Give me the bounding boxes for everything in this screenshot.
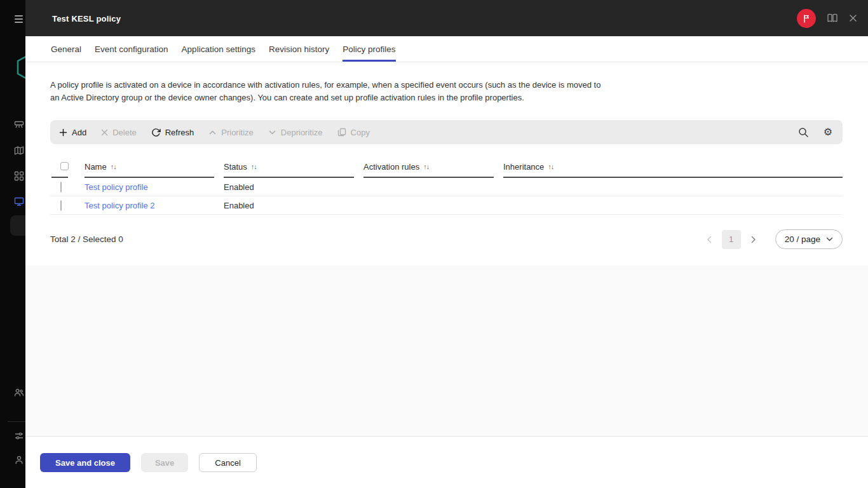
tab-event-configuration-label: Event configuration [95,44,168,54]
profile-link[interactable]: Test policy profile [85,182,148,192]
tab-application-settings-label: Application settings [182,44,255,54]
sort-icon[interactable]: ↑↓ [423,163,429,170]
infrastructure-icon[interactable] [14,119,24,132]
column-header-name[interactable]: Name↑↓ [85,158,224,178]
search-icon[interactable] [798,127,809,138]
delete-button-label: Delete [112,128,137,137]
row-checkbox[interactable] [60,200,62,211]
chevron-down-icon [268,128,276,137]
copy-icon [337,128,346,137]
row-checkbox[interactable] [60,182,62,193]
flag-icon[interactable] [797,9,816,28]
x-icon [101,129,108,136]
tab-application-settings[interactable]: Application settings [182,36,255,62]
refresh-button-label: Refresh [165,128,194,137]
gear-icon[interactable]: ⚙ [824,127,832,137]
table-header: Name↑↓ Status↑↓ Activation rules↑↓ Inher… [50,158,843,178]
column-header-activation-rules[interactable]: Activation rules↑↓ [363,158,503,178]
select-all-checkbox[interactable] [60,162,69,170]
chevron-up-icon [208,128,217,137]
deprioritize-button[interactable]: Deprioritize [268,128,323,137]
page-title: Test KESL policy [52,13,121,23]
sliders-icon[interactable] [14,431,24,444]
column-header-status[interactable]: Status↑↓ [224,158,363,178]
pagination: Total 2 / Selected 0 1 20 / page [50,229,843,249]
cancel-button[interactable]: Cancel [199,453,256,472]
page-size-dropdown[interactable]: 20 / page [775,229,843,249]
active-section-pill [10,215,25,236]
column-status-label: Status [224,162,247,172]
refresh-icon [151,128,161,137]
save-button[interactable]: Save [141,453,188,472]
add-button-label: Add [72,128,86,137]
add-button[interactable]: Add [59,128,86,137]
tab-general[interactable]: General [51,36,81,62]
prioritize-button-label: Prioritize [221,128,254,137]
column-activation-rules-label: Activation rules [363,162,419,172]
toolbar: Add Delete Refresh Prioritize Deprioriti… [50,120,843,144]
column-name-label: Name [85,162,107,172]
profile-description: A policy profile is activated on a devic… [50,62,612,104]
status-value: Enabled [224,182,254,192]
sidebar-divider [8,421,25,422]
plus-icon [59,128,67,137]
footer-bar: Save and close Save Cancel [25,436,868,488]
refresh-button[interactable]: Refresh [151,128,194,137]
column-inheritance-label: Inheritance [503,162,544,172]
menu-icon[interactable] [15,15,23,23]
devices-monitor-icon[interactable] [14,196,24,209]
table-row: Test policy profile Enabled [50,178,843,196]
chevron-down-icon [826,237,833,241]
table-row: Test policy profile 2 Enabled [50,196,843,215]
empty-area [25,266,868,436]
account-icon[interactable] [14,455,24,468]
deprioritize-button-label: Deprioritize [281,128,323,137]
column-header-inheritance[interactable]: Inheritance↑↓ [503,158,843,178]
help-book-icon[interactable] [827,13,838,23]
sidebar [0,0,25,488]
save-and-close-button[interactable]: Save and close [40,453,130,472]
kaspersky-logo [17,53,25,84]
policy-window: Test KESL policy General Event configura… [25,0,868,488]
copy-button[interactable]: Copy [337,128,370,137]
tab-general-label: General [51,44,81,54]
copy-button-label: Copy [351,128,370,137]
tab-content: A policy profile is activated on a devic… [25,62,868,266]
apps-grid-icon[interactable] [14,171,24,184]
tab-revision-history-label: Revision history [269,44,329,54]
next-page-icon[interactable] [751,236,756,243]
prev-page-icon[interactable] [707,236,712,243]
profile-link[interactable]: Test policy profile 2 [85,201,155,210]
current-page-button[interactable]: 1 [722,230,741,249]
tab-policy-profiles-label: Policy profiles [342,44,395,54]
prioritize-button[interactable]: Prioritize [208,128,254,137]
sort-icon[interactable]: ↑↓ [111,163,116,170]
page-size-value: 20 / page [785,234,820,244]
map-icon[interactable] [14,146,24,158]
tab-revision-history[interactable]: Revision history [269,36,329,62]
delete-button[interactable]: Delete [101,128,137,137]
close-icon[interactable] [849,14,857,22]
window-header: Test KESL policy [25,0,868,36]
tab-bar: General Event configuration Application … [25,36,868,62]
sort-icon[interactable]: ↑↓ [251,163,257,170]
selection-summary: Total 2 / Selected 0 [50,234,123,244]
status-value: Enabled [224,201,254,210]
tab-event-configuration[interactable]: Event configuration [95,36,168,62]
tab-policy-profiles[interactable]: Policy profiles [342,36,395,62]
users-icon[interactable] [14,388,24,400]
sort-icon[interactable]: ↑↓ [548,163,553,170]
